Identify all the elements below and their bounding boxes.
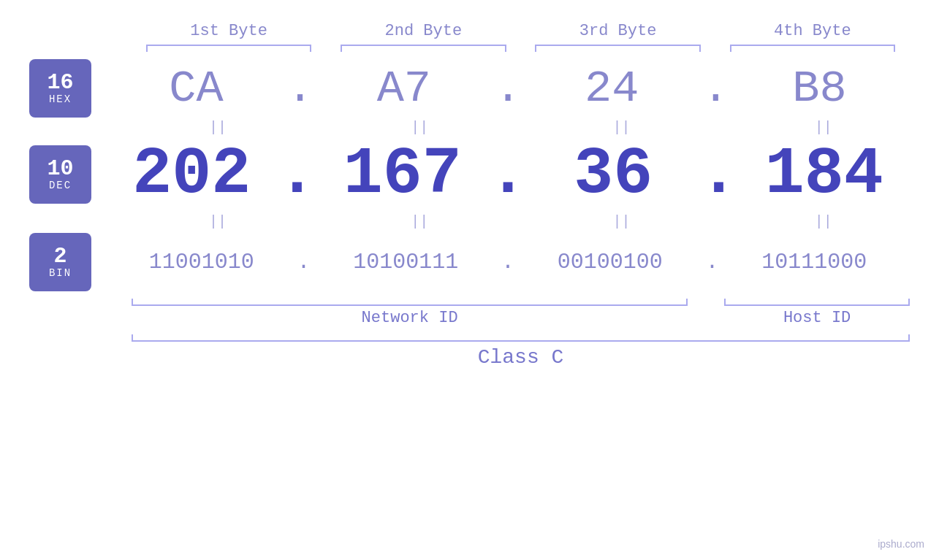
hex-badge-label: HEX [49,93,72,105]
eq-1-3: || [536,119,708,136]
eq-1-4: || [737,119,910,136]
dec-val-1: 202 [106,137,277,212]
main-container: 1st Byte 2nd Byte 3rd Byte 4th Byte 16 H… [0,0,939,560]
bracket-spacer [695,299,724,306]
dec-row: 10 DEC 202 . 167 . 36 . 184 [29,137,910,212]
hex-val-4: B8 [729,63,910,115]
class-bracket-row [29,334,910,342]
dec-values: 202 . 167 . 36 . 184 [106,137,910,212]
dec-dot-3: . [699,137,738,212]
hex-values: CA . A7 . 24 . B8 [106,63,910,115]
bin-val-1: 11001010 [106,250,297,275]
eq-1-1: || [132,119,304,136]
network-id-bracket-wrap [132,299,695,306]
eq-2-4: || [737,213,910,230]
equals-row-1: || || || || [29,119,910,136]
hex-badge-number: 16 [47,72,73,93]
class-bracket [132,334,910,342]
dec-val-3: 36 [528,137,699,212]
dec-dot-2: . [488,137,528,212]
host-id-bracket-wrap [724,299,910,306]
hex-val-2: A7 [313,63,494,115]
bin-row: 2 BIN 11001010 . 10100111 . 00100100 . 1… [29,233,910,291]
watermark: ipshu.com [878,538,924,550]
host-id-bracket [724,299,910,306]
bin-val-4: 10111000 [719,250,911,275]
top-brackets [29,45,910,52]
network-id-bracket [132,299,688,306]
bin-val-2: 10100111 [311,250,501,275]
eq-2-1: || [132,213,304,230]
equals-row-2: || || || || [29,213,910,230]
bin-values: 11001010 . 10100111 . 00100100 . 1011100… [106,250,910,275]
hex-row: 16 HEX CA . A7 . 24 . B8 [29,59,910,118]
bin-badge: 2 BIN [29,233,91,291]
byte-header-4: 4th Byte [715,22,910,40]
bottom-brackets [29,299,910,306]
byte-header-3: 3rd Byte [521,22,715,40]
hex-dot-2: . [494,63,521,115]
host-id-label: Host ID [724,309,910,327]
dec-badge-label: DEC [49,180,72,191]
hex-dot-1: . [286,63,313,115]
id-labels-row: Network ID Host ID [29,309,910,327]
network-id-label: Network ID [132,309,695,327]
class-label: Class C [29,346,910,369]
hex-val-1: CA [106,63,286,115]
bin-dot-2: . [501,250,514,275]
eq-2-2: || [333,213,506,230]
dec-val-2: 167 [317,137,488,212]
byte-header-2: 2nd Byte [326,22,520,40]
bin-dot-3: . [705,250,718,275]
bin-badge-number: 2 [53,245,66,267]
eq-1-2: || [333,119,506,136]
hex-badge: 16 HEX [29,59,91,118]
bin-val-3: 00100100 [514,250,705,275]
byte-headers: 1st Byte 2nd Byte 3rd Byte 4th Byte [29,22,910,40]
dec-dot-1: . [277,137,316,212]
hex-val-3: 24 [522,63,702,115]
byte-header-1: 1st Byte [132,22,326,40]
bin-badge-label: BIN [49,267,72,279]
dec-badge-number: 10 [47,158,73,180]
dec-val-4: 184 [739,137,911,212]
dec-badge: 10 DEC [29,145,91,204]
hex-dot-3: . [702,63,729,115]
bin-dot-1: . [297,250,310,275]
eq-2-3: || [536,213,708,230]
